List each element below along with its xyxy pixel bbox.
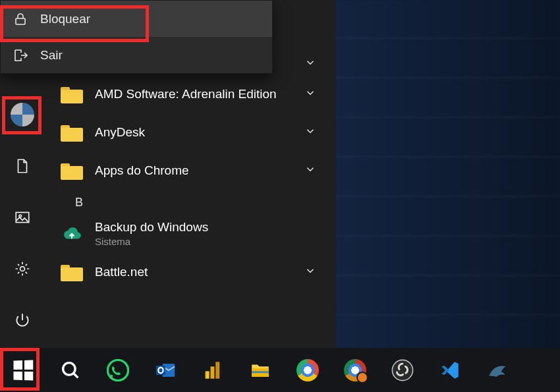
folder-icon [61, 85, 83, 103]
vscode-icon [439, 359, 461, 381]
section-letter-b[interactable]: B [45, 190, 336, 215]
folder-icon [61, 123, 83, 142]
start-menu: Bloquear Sair AMD Software: Adrenalin Ed… [0, 0, 336, 348]
rail-pictures[interactable] [7, 202, 38, 233]
signout-label: Sair [40, 48, 63, 63]
taskbar-chrome-beta[interactable] [335, 351, 376, 389]
app-item-windows-backup[interactable]: Backup do Windows Sistema [45, 215, 336, 253]
start-menu-app-list: Bloquear Sair AMD Software: Adrenalin Ed… [45, 0, 336, 348]
app-item-battlenet[interactable]: Battle.net [45, 253, 336, 291]
taskbar-search[interactable] [50, 351, 91, 389]
document-icon [14, 157, 31, 175]
app-label: Backup do Windows [95, 220, 208, 235]
rail-user-account[interactable] [7, 99, 38, 130]
svg-rect-9 [206, 371, 210, 378]
rail-documents[interactable] [7, 150, 38, 182]
rail-power[interactable] [7, 304, 38, 336]
app-label: Battle.net [95, 265, 148, 279]
taskbar-powerbi[interactable] [192, 351, 233, 389]
taskbar-outlook[interactable] [145, 351, 186, 389]
pictures-icon [14, 209, 31, 226]
taskbar-chrome[interactable] [287, 351, 328, 389]
svg-rect-11 [215, 362, 219, 379]
windows-logo-icon [14, 360, 34, 380]
svg-rect-3 [16, 18, 25, 24]
search-icon [59, 359, 82, 381]
cloud-upload-icon [61, 225, 83, 243]
folder-icon [61, 161, 83, 180]
user-context-menu: Bloquear Sair [0, 0, 273, 74]
app-item-chrome-apps[interactable]: Apps do Chrome [45, 152, 336, 190]
signout-icon [13, 47, 28, 63]
outlook-icon [154, 359, 177, 381]
signout-menu-item[interactable]: Sair [1, 37, 272, 73]
rail-settings[interactable] [7, 253, 38, 285]
app-item-amd[interactable]: AMD Software: Adrenalin Edition [45, 75, 336, 113]
chevron-down-icon [304, 125, 316, 140]
taskbar [0, 348, 560, 392]
taskbar-file-explorer[interactable] [240, 351, 281, 389]
obs-icon [391, 359, 414, 381]
taskbar-obs[interactable] [382, 351, 423, 389]
lock-label: Bloquear [40, 12, 90, 26]
chevron-down-icon [304, 163, 316, 179]
whatsapp-icon [107, 359, 129, 381]
chrome-beta-icon [344, 359, 366, 381]
chrome-icon [296, 359, 319, 381]
taskbar-vscode[interactable] [430, 351, 470, 389]
taskbar-mysql-workbench[interactable] [477, 351, 518, 389]
file-explorer-icon [249, 359, 271, 381]
chevron-down-icon [304, 265, 316, 280]
svg-point-2 [20, 267, 25, 271]
lock-icon [13, 11, 28, 27]
app-sublabel: Sistema [95, 236, 208, 247]
gear-icon [14, 260, 31, 277]
folder-icon [61, 263, 83, 281]
powerbi-icon [202, 359, 224, 381]
power-icon [14, 312, 31, 329]
lock-menu-item[interactable]: Bloquear [1, 1, 272, 37]
start-button[interactable] [3, 351, 43, 389]
chevron-down-icon [304, 57, 316, 72]
avatar-icon [11, 103, 34, 126]
app-label: Apps do Chrome [95, 163, 189, 178]
chevron-down-icon [304, 87, 316, 102]
svg-rect-10 [210, 366, 214, 378]
app-label: AMD Software: Adrenalin Edition [95, 87, 277, 101]
taskbar-whatsapp[interactable] [98, 351, 138, 389]
dolphin-icon [486, 359, 509, 381]
app-label: AnyDesk [95, 125, 145, 140]
section-letter-label: B [75, 196, 83, 210]
app-item-anydesk[interactable]: AnyDesk [45, 113, 336, 152]
svg-rect-13 [252, 371, 269, 373]
